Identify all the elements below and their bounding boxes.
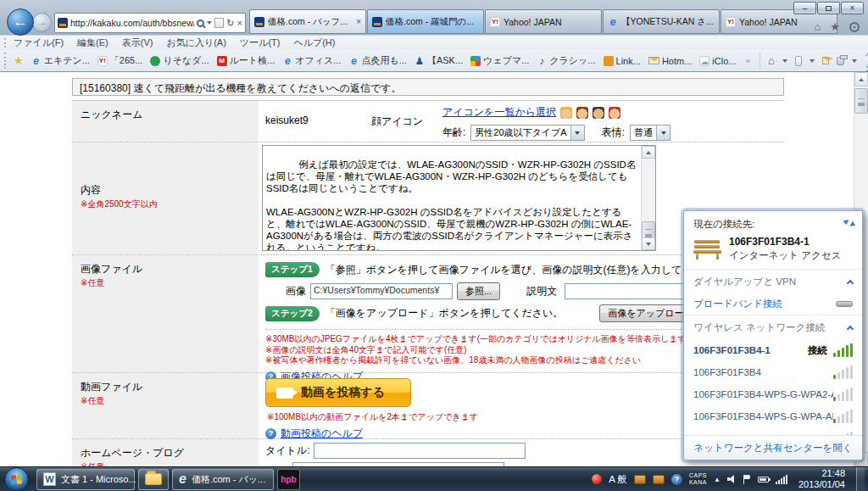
network-center-footer[interactable]: ネットワークと共有センターを開く: [684, 435, 862, 460]
action-center-flag-icon[interactable]: [743, 475, 751, 484]
stop-icon[interactable]: ×: [237, 18, 242, 28]
favorites-item-label: 【ASK...: [427, 54, 463, 67]
show-hidden-icons-button[interactable]: ▲: [714, 476, 721, 483]
video-camera-icon: [276, 388, 293, 399]
address-bar[interactable]: http://kakaku.com/auth/bbsnew/Input.asp …: [54, 13, 246, 33]
taskbar-clock[interactable]: 21:48 2013/01/04: [798, 468, 845, 490]
age-select[interactable]: 男性20歳以下タイプA: [470, 125, 584, 141]
caps-kana-indicator[interactable]: CAPS KANA: [689, 472, 707, 486]
page-menu-button[interactable]: ページ(P): [865, 48, 868, 74]
favorites-item[interactable]: e点灸用も...: [348, 54, 406, 67]
dialup-vpn-section[interactable]: ダイヤルアップと VPN: [684, 269, 862, 293]
browse-button[interactable]: 参照...: [457, 282, 500, 300]
add-favorite-star-icon[interactable]: ★: [14, 54, 24, 67]
favorites-item[interactable]: Hotm...: [648, 56, 692, 66]
menu-favorites[interactable]: お気に入り(A): [166, 36, 225, 49]
broadband-link[interactable]: ブロードバンド接続: [693, 298, 836, 310]
scroll-up-button[interactable]: [642, 146, 655, 159]
chevron-down-icon[interactable]: [656, 126, 670, 140]
image-path-input[interactable]: C:¥Users¥Tommy¥Documents¥: [310, 283, 453, 299]
wireless-section[interactable]: ワイヤレス ネットワーク接続: [684, 315, 862, 339]
icon-select-link[interactable]: アイコンを一覧から選択: [442, 105, 556, 120]
chevron-down-icon[interactable]: [570, 126, 584, 140]
refresh-icon[interactable]: ↻: [226, 18, 234, 29]
start-button[interactable]: [4, 467, 29, 491]
tab-kakaku-2[interactable]: 価格.com - 羅城門の...: [367, 9, 484, 34]
close-button[interactable]: ×: [841, 2, 864, 14]
ime-mode-indicator[interactable]: A 般: [609, 473, 627, 486]
print-icon[interactable]: [837, 57, 844, 65]
rss-feed-icon[interactable]: [795, 56, 802, 66]
scroll-up-button[interactable]: [854, 72, 868, 86]
wifi-network-row[interactable]: 106F3F01F3B4: [684, 361, 862, 383]
favorites-item[interactable]: Link...: [604, 56, 641, 66]
url-text[interactable]: http://kakaku.com/auth/bbsnew/Input.asp: [70, 18, 194, 28]
form-table: ニックネーム keisuket9 顔アイコン アイコンを一覧から選択 年齢:: [72, 100, 784, 466]
minimize-button[interactable]: –: [793, 2, 816, 14]
volume-icon[interactable]: [727, 475, 737, 483]
favorites-item[interactable]: りそなダ...: [150, 54, 209, 67]
read-mail-icon[interactable]: [822, 57, 829, 64]
collapse-chevron-icon[interactable]: [847, 280, 854, 287]
menu-help[interactable]: ヘルプ(H): [293, 36, 335, 49]
back-button[interactable]: ←: [7, 8, 34, 36]
favorites-item[interactable]: eオフィス...: [282, 54, 341, 67]
ime-help-icon[interactable]: ?: [671, 474, 682, 485]
favorites-item[interactable]: ♪クラシッ...: [537, 54, 595, 67]
scrollbar-thumb[interactable]: [854, 88, 868, 114]
menu-edit[interactable]: 編集(E): [77, 36, 108, 49]
expression-select[interactable]: 普通: [630, 125, 670, 141]
textarea-scrollbar[interactable]: [641, 146, 655, 250]
homepage-title-input[interactable]: [314, 443, 526, 459]
taskbar-item-explorer[interactable]: [138, 469, 169, 490]
search-icon[interactable]: [197, 20, 204, 27]
tab-kakaku-active[interactable]: 価格.com - バッフ... ×: [249, 9, 366, 34]
taskbar-item-hpb[interactable]: hpb: [277, 469, 300, 490]
show-desktop-button[interactable]: [856, 467, 865, 491]
home-icon[interactable]: ⌂: [768, 54, 775, 67]
home-icon[interactable]: ⌂: [814, 20, 821, 33]
menu-file[interactable]: ファイル(F): [14, 36, 64, 49]
taskbar-item-ie[interactable]: e 価格.com - バッ...: [172, 469, 274, 490]
wifi-network-row[interactable]: 106F3F01F3B4-WPS-G-WPA2-AES: [684, 383, 862, 405]
home-dropdown-icon[interactable]: [782, 59, 787, 63]
open-network-center-link[interactable]: ネットワークと共有センターを開く: [694, 442, 853, 455]
favorites-item[interactable]: ☁iClo...: [699, 56, 736, 66]
clock-date: 2013/01/04: [798, 479, 845, 490]
search-dropdown-icon[interactable]: [207, 21, 212, 25]
ime-toolbox-icon[interactable]: [634, 475, 646, 484]
gear-icon[interactable]: [849, 22, 860, 32]
collapse-chevron-icon[interactable]: [847, 326, 854, 332]
network-signal-icon[interactable]: [776, 475, 787, 484]
tab-yonetsu[interactable]: e 【YONETSU-KAN さ...: [603, 9, 720, 34]
tab-yahoo-1[interactable]: Y! Yahoo! JAPAN: [485, 9, 602, 34]
compatibility-view-icon[interactable]: [214, 18, 224, 28]
broadband-row[interactable]: ブロードバンド接続: [684, 293, 862, 315]
post-video-button[interactable]: 動画を投稿する: [265, 378, 411, 407]
forward-button[interactable]: →: [32, 13, 52, 32]
print-dropdown-icon[interactable]: [852, 59, 857, 63]
menu-tools[interactable]: ツール(T): [240, 36, 281, 49]
nickname-value[interactable]: keisuket9: [259, 101, 364, 142]
scroll-down-button[interactable]: [642, 237, 655, 250]
favorites-item[interactable]: ♟【ASK...: [415, 54, 463, 67]
favorites-item[interactable]: eエキテン...: [31, 54, 90, 67]
battery-icon[interactable]: [758, 477, 769, 483]
wifi-network-row[interactable]: 106F3F01F3B4-1 接続: [684, 339, 862, 361]
maximize-button[interactable]: [817, 2, 840, 14]
favorites-item-label: ウェブマ...: [483, 54, 529, 67]
content-textarea[interactable]: 例えば最初の設定では、WLAE-AG300NのSSID・WZR-HP-G302H…: [262, 145, 656, 251]
refresh-networks-icon[interactable]: [844, 218, 854, 228]
favorites-item[interactable]: Mルート検...: [217, 54, 275, 67]
ime-ball-icon[interactable]: [592, 474, 602, 484]
ime-pad-icon[interactable]: [653, 475, 665, 484]
wifi-network-row[interactable]: 106F3F01F3B4-WPS-G-WPA-AES: [684, 405, 862, 427]
feed-dropdown-icon[interactable]: [810, 59, 815, 63]
menu-view[interactable]: 表示(V): [122, 36, 153, 49]
favorites-item[interactable]: Y!「265...: [97, 54, 143, 67]
taskbar-item-word[interactable]: W 文書 1 - Microso...: [36, 469, 135, 490]
favorites-item[interactable]: ウェブマ...: [470, 54, 529, 67]
tab-close-icon[interactable]: ×: [356, 17, 361, 26]
overflow-chevron-icon[interactable]: »: [745, 56, 750, 65]
favorites-star-icon[interactable]: ★: [830, 20, 840, 33]
